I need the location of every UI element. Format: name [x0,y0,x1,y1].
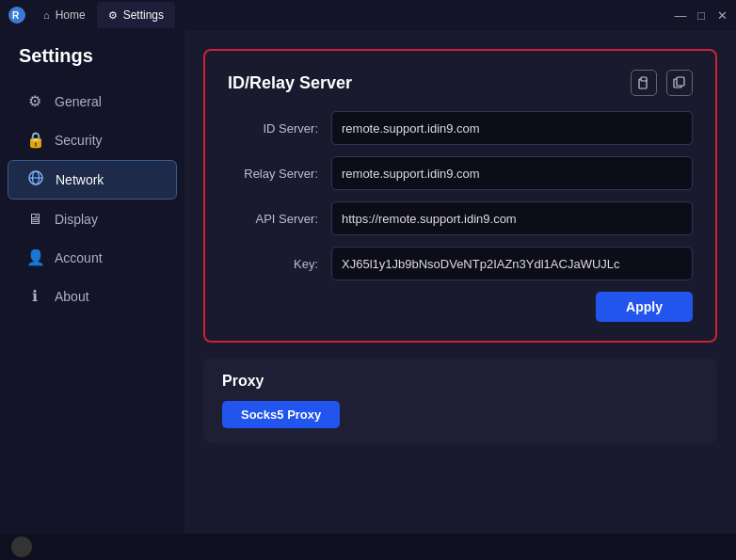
tab-settings-label: Settings [123,8,164,22]
sidebar-item-security[interactable]: 🔒 Security [8,121,177,158]
id-server-row: ID Server: [228,111,693,145]
info-icon: ℹ [26,287,43,305]
sidebar-item-display[interactable]: 🖥 Display [8,201,177,237]
api-server-label: API Server: [228,212,331,226]
titlebar: R ⌂ Home ⚙ Settings — □ ✕ [0,0,736,30]
sidebar-item-label: Account [55,250,103,265]
home-icon: ⌂ [43,9,50,21]
sidebar-item-label: Network [56,172,104,187]
app-logo: R [8,6,26,24]
gear-icon: ⚙ [26,92,43,110]
account-icon: 👤 [26,248,43,266]
sidebar-item-label: Security [55,133,103,148]
sidebar-item-label: Display [55,212,98,227]
key-label: Key: [228,257,331,271]
sidebar-title: Settings [0,45,184,82]
copy-icon-button[interactable] [666,70,693,96]
card-title-icons [631,70,693,96]
proxy-card: Proxy Socks5 Proxy [203,358,717,443]
sidebar-item-network[interactable]: Network [8,160,177,200]
relay-server-row: Relay Server: [228,156,693,190]
svg-text:R: R [12,10,20,21]
key-input[interactable] [331,247,693,280]
window-controls: — □ ✕ [674,8,728,22]
proxy-title: Proxy [222,373,698,390]
content-area: ID/Relay Server [184,30,736,534]
main-layout: Settings ⚙ General 🔒 Security Network 🖥 … [0,30,736,534]
sidebar-item-label: General [55,94,102,109]
apply-button[interactable]: Apply [596,292,693,322]
relay-server-input[interactable] [331,156,693,190]
id-server-label: ID Server: [228,121,331,136]
sidebar-item-about[interactable]: ℹ About [8,278,177,314]
close-button[interactable]: ✕ [715,8,728,22]
sidebar-item-account[interactable]: 👤 Account [8,239,177,276]
id-server-input[interactable] [331,111,693,145]
tab-home-label: Home [56,8,86,22]
relay-server-label: Relay Server: [228,167,331,181]
sidebar: Settings ⚙ General 🔒 Security Network 🖥 … [0,30,184,534]
tab-settings[interactable]: ⚙ Settings [97,2,175,28]
api-server-input[interactable] [331,201,693,235]
settings-tab-icon: ⚙ [108,9,118,22]
key-row: Key: [228,247,693,280]
minimize-button[interactable]: — [674,8,687,22]
bottombar [0,534,736,560]
tab-home[interactable]: ⌂ Home [32,2,97,28]
card-title-row: ID/Relay Server [228,70,693,96]
id-relay-server-card: ID/Relay Server [203,49,717,343]
clipboard-icon-button[interactable] [631,70,657,96]
svg-rect-6 [641,77,647,81]
sidebar-item-general[interactable]: ⚙ General [8,83,177,120]
apply-row: Apply [228,292,693,322]
display-icon: 🖥 [26,211,43,228]
avatar [11,536,32,557]
network-icon [27,170,44,189]
card-title-text: ID/Relay Server [228,73,352,93]
sidebar-item-label: About [55,289,89,304]
maximize-button[interactable]: □ [695,8,708,22]
svg-rect-8 [677,77,684,86]
socks5-proxy-button[interactable]: Socks5 Proxy [222,401,340,428]
lock-icon: 🔒 [26,131,43,149]
api-server-row: API Server: [228,201,693,235]
